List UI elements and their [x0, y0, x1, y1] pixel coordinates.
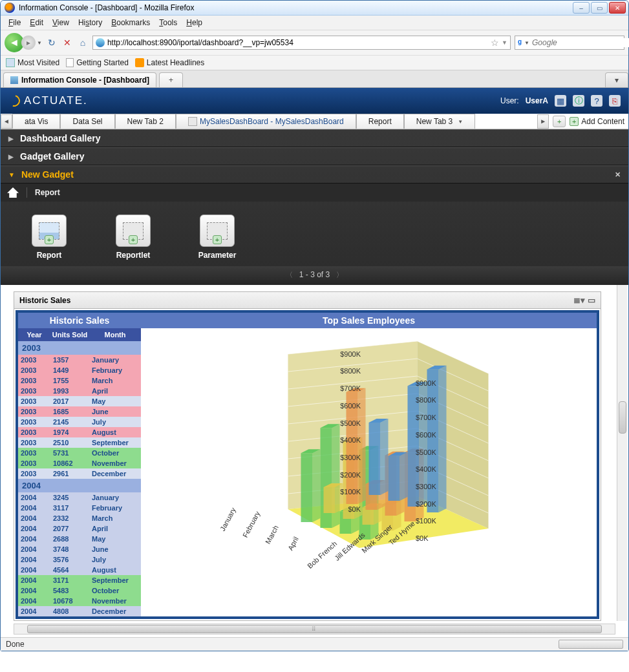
bookmark-getting-started[interactable]: Getting Started: [66, 58, 129, 67]
svg-marker-21: [301, 453, 313, 522]
y-tick-left: $500K: [340, 419, 361, 427]
user-name: UserA: [526, 96, 548, 105]
cell-month: January: [89, 355, 141, 365]
dashboard-tab-4[interactable]: Report: [356, 114, 404, 129]
search-box[interactable]: ▼ 🔍: [515, 36, 624, 50]
menu-file[interactable]: File: [5, 17, 25, 28]
table-row: 20042688May: [18, 534, 141, 544]
cell-year: 2003: [18, 448, 50, 458]
bookmark-star-icon[interactable]: ☆: [491, 37, 499, 48]
pager-next-icon[interactable]: 〉: [332, 271, 347, 278]
menu-edit[interactable]: Edit: [26, 17, 47, 28]
scrollbar-thumb[interactable]: ⠿: [27, 625, 602, 633]
scrollbar-thumb[interactable]: [619, 401, 626, 434]
close-button[interactable]: ✕: [609, 2, 626, 14]
minimize-button[interactable]: –: [573, 2, 590, 14]
portlet-maximize-icon[interactable]: ▭: [588, 295, 595, 305]
cell-month: August: [89, 565, 141, 575]
url-dropdown-icon[interactable]: ▼: [502, 39, 507, 46]
add-content-button[interactable]: + Add Content: [570, 117, 624, 126]
site-identity-icon[interactable]: [96, 38, 105, 47]
history-dropdown-icon[interactable]: ▼: [37, 40, 42, 46]
menu-history[interactable]: History: [74, 17, 106, 28]
cell-month: October: [89, 585, 141, 596]
add-tab-button[interactable]: +: [553, 116, 566, 127]
tab-label: Report: [368, 117, 392, 126]
info-icon[interactable]: ⓘ: [573, 95, 584, 107]
accordion-new-gadget[interactable]: ▼ New Gadget ✕: [1, 165, 628, 184]
nav-back-forward[interactable]: ◄ ▸ ▼: [5, 33, 42, 52]
y-tick-left: $100K: [340, 488, 361, 496]
table-row: 20031357January: [18, 355, 141, 365]
search-input[interactable]: [532, 38, 629, 47]
pager-prev-icon[interactable]: 〈: [282, 271, 297, 278]
exit-icon[interactable]: ⎘: [609, 95, 621, 107]
accordion-gadget-gallery[interactable]: ▶ Gadget Gallery: [1, 147, 628, 165]
add-content-label: Add Content: [581, 117, 624, 126]
tabs-scroll-left[interactable]: ◄: [1, 114, 12, 129]
dashboard-tab-2[interactable]: New Tab 2: [115, 114, 176, 129]
chevron-down-icon[interactable]: ▼: [458, 119, 463, 125]
cell-year: 2003: [18, 375, 50, 386]
dashboard-tab-5[interactable]: New Tab 3▼: [404, 114, 475, 129]
plus-icon: +: [45, 235, 54, 244]
cell-units: 2961: [50, 468, 89, 479]
dashboard-tab-1[interactable]: Data Sel: [60, 114, 114, 129]
y-tick-left: $300K: [340, 454, 361, 461]
stop-button[interactable]: ✕: [61, 37, 73, 48]
svg-marker-22: [313, 449, 321, 522]
tab-label: Data Sel: [72, 117, 102, 126]
menu-view[interactable]: View: [48, 17, 73, 28]
bookmark-latest-headlines[interactable]: Latest Headlines: [135, 58, 204, 67]
new-tab-button[interactable]: +: [159, 72, 183, 87]
help-icon[interactable]: ?: [591, 95, 602, 107]
options-icon[interactable]: ▦: [555, 95, 566, 107]
year-band-2003: 2003: [18, 341, 141, 355]
maximize-button[interactable]: ▭: [591, 2, 608, 14]
y-tick-right: $0K: [416, 534, 429, 542]
cell-month: June: [89, 406, 141, 417]
gadget-reportlet[interactable]: +Reportlet: [111, 215, 156, 260]
search-engine-dropdown-icon[interactable]: ▼: [524, 40, 529, 46]
vertical-scrollbar[interactable]: [617, 285, 627, 621]
horizontal-scrollbar[interactable]: ⠿: [14, 624, 615, 635]
dashboard-tab-3[interactable]: MySalesDashBoard - MySalesDashBoard: [176, 114, 356, 129]
portlet-menu-icon[interactable]: ≣▾: [573, 295, 585, 305]
url-bar[interactable]: ☆ ▼: [92, 36, 511, 50]
window-titlebar[interactable]: Information Console - [Dashboard] - Mozi…: [1, 1, 628, 16]
home-button[interactable]: ⌂: [77, 37, 89, 48]
home-icon[interactable]: [7, 187, 19, 198]
tabs-scroll-right[interactable]: ►: [537, 114, 549, 129]
dashboard-tab-0[interactable]: ata Vis: [12, 114, 60, 129]
forward-button[interactable]: ▸: [21, 36, 36, 50]
tab-list-button[interactable]: ▾: [605, 72, 628, 87]
cell-month: December: [89, 468, 141, 479]
table-row: 20043748June: [18, 544, 141, 554]
close-icon[interactable]: ✕: [615, 171, 621, 179]
chevron-down-icon: ▼: [8, 171, 15, 178]
menu-help[interactable]: Help: [182, 17, 206, 28]
cell-month: February: [89, 503, 141, 513]
browser-tab-active[interactable]: Information Console - [Dashboard]: [3, 72, 156, 87]
cell-units: 5483: [50, 585, 89, 596]
bookmark-most-visited[interactable]: Most Visited: [6, 58, 59, 67]
cell-month: May: [89, 534, 141, 544]
gadget-report[interactable]: +Report: [27, 215, 72, 260]
cell-units: 3748: [50, 544, 89, 554]
y-tick-left: $900K: [340, 350, 361, 358]
portlet-header[interactable]: Historic Sales ≣▾ ▭: [14, 292, 601, 309]
cell-year: 2003: [18, 386, 50, 396]
reload-button[interactable]: ↻: [46, 37, 58, 48]
svg-marker-33: [324, 487, 336, 513]
url-input[interactable]: [107, 38, 488, 47]
table-row: 20044808December: [18, 606, 141, 616]
y-tick-right: $900K: [416, 379, 436, 387]
menu-bookmarks[interactable]: Bookmarks: [107, 17, 154, 28]
svg-marker-39: [363, 507, 374, 525]
menu-tools[interactable]: Tools: [155, 17, 181, 28]
firefox-icon: [5, 3, 15, 13]
gadget-parameter[interactable]: +Parameter: [195, 215, 240, 260]
table-row: 200410678November: [18, 596, 141, 606]
cell-year: 2004: [18, 523, 50, 534]
accordion-dashboard-gallery[interactable]: ▶ Dashboard Gallery: [1, 129, 628, 147]
